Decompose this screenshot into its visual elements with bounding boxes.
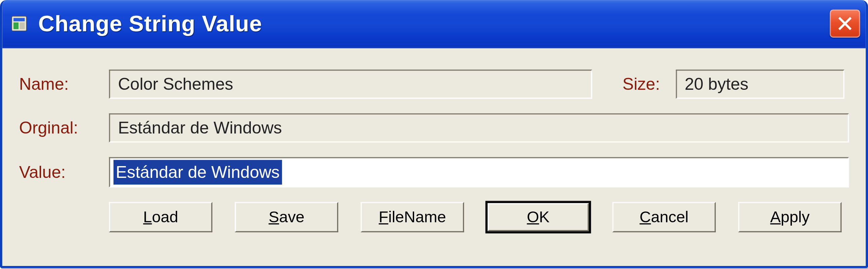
row-original: Orginal: Estándar de Windows: [19, 113, 849, 142]
btn-post: K: [539, 208, 550, 226]
cancel-button[interactable]: Cancel: [613, 202, 716, 232]
save-button[interactable]: Save: [235, 202, 338, 232]
btn-accel: L: [143, 208, 152, 226]
button-row: Load Save FileName OK Cancel: [19, 202, 849, 232]
row-value: Value: Estándar de Windows: [19, 157, 849, 187]
btn-accel: A: [770, 208, 781, 226]
label-name: Name:: [19, 75, 109, 94]
window-title: Change String Value: [38, 11, 262, 36]
close-icon: [837, 16, 853, 32]
size-field: 20 bytes: [676, 70, 844, 99]
label-value: Value:: [19, 163, 109, 182]
row-name: Name: Color Schemes Size: 20 bytes: [19, 70, 849, 99]
svg-rect-2: [13, 23, 19, 29]
btn-accel: S: [269, 208, 279, 226]
btn-accel: F: [379, 208, 389, 226]
value-input[interactable]: Estándar de Windows: [109, 157, 849, 187]
btn-post: ave: [279, 208, 304, 226]
original-field: Estándar de Windows: [109, 113, 849, 142]
label-original: Orginal:: [19, 119, 109, 137]
svg-rect-3: [20, 23, 25, 29]
ok-button[interactable]: OK: [487, 202, 590, 232]
close-button[interactable]: [830, 9, 860, 37]
titlebar[interactable]: Change String Value: [2, 0, 866, 48]
name-field: Color Schemes: [109, 70, 592, 99]
btn-post: ancel: [651, 208, 688, 226]
btn-post: ileName: [388, 208, 446, 226]
value-input-selection: Estándar de Windows: [114, 160, 282, 184]
app-icon: [10, 14, 28, 32]
apply-button[interactable]: Apply: [738, 202, 842, 232]
dialog-window: Change String Value Name: Color Schemes …: [0, 0, 868, 268]
svg-rect-1: [13, 18, 25, 21]
filename-button[interactable]: FileName: [361, 202, 464, 232]
btn-accel: O: [527, 208, 539, 226]
dialog-body: Name: Color Schemes Size: 20 bytes Orgin…: [2, 48, 866, 244]
label-size: Size:: [623, 75, 660, 94]
btn-accel: C: [640, 208, 651, 226]
btn-post: pply: [781, 208, 810, 226]
btn-post: oad: [152, 208, 178, 226]
load-button[interactable]: Load: [109, 202, 213, 232]
